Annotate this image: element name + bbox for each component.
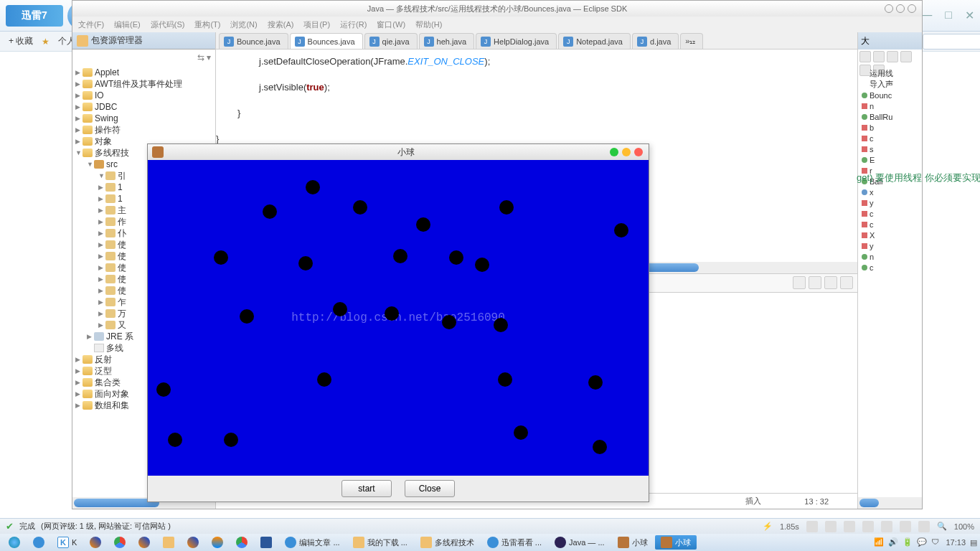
window-max-icon[interactable]: □ [945, 9, 952, 22]
right-search-input[interactable] [923, 34, 980, 50]
tree-item[interactable]: ▶IO [72, 90, 215, 101]
outline-item[interactable]: n [859, 100, 920, 111]
status-icon[interactable] [825, 521, 837, 532]
ball [416, 217, 430, 232]
package-explorer-tools[interactable]: ⇆ ▾ [72, 50, 215, 65]
taskbar-item[interactable] [108, 535, 131, 550]
console-btn[interactable] [809, 276, 821, 289]
taskbar-item[interactable]: 小球 [655, 535, 697, 550]
outline-hscroll[interactable] [858, 497, 922, 509]
dialog-titlebar[interactable]: 小球 [148, 144, 649, 160]
eclipse-close-icon[interactable] [908, 4, 916, 13]
eclipse-max-icon[interactable] [896, 4, 905, 13]
outline-item[interactable]: 导入声 [859, 79, 920, 90]
status-icon[interactable] [900, 521, 911, 532]
outline-item[interactable]: E [859, 154, 920, 165]
dialog-close-icon[interactable] [634, 148, 643, 156]
editor-tab[interactable]: JHelpDialog.java [476, 33, 557, 49]
taskbar-item[interactable]: 迅雷看看 ... [481, 535, 547, 550]
taskbar-item[interactable] [84, 535, 107, 550]
eclipse-min-icon[interactable] [885, 4, 893, 13]
taskbar-item[interactable]: 我的下载 ... [347, 535, 413, 550]
status-icon[interactable] [918, 521, 930, 532]
bookmark-add[interactable]: + 收藏 [9, 35, 33, 47]
taskbar-item[interactable] [133, 535, 156, 550]
tree-item[interactable]: ▶JDBC [72, 101, 215, 113]
taskbar-item[interactable] [27, 535, 50, 550]
tabs-overflow[interactable]: »₁₂ [680, 33, 703, 49]
editor-tab[interactable]: Jheh.java [419, 33, 475, 49]
menu-item[interactable]: 运行(R) [340, 19, 367, 30]
outline-item[interactable]: Bounc [859, 90, 920, 100]
status-icon[interactable] [862, 521, 874, 532]
console-btn[interactable] [824, 276, 837, 289]
tree-item[interactable]: ▶Swing [72, 113, 215, 124]
outline-item[interactable]: n [859, 251, 920, 262]
taskbar-item[interactable]: KK [52, 535, 83, 550]
status-icon[interactable] [844, 521, 855, 532]
taskbar-item[interactable]: 多线程技术 [415, 535, 480, 550]
menu-item[interactable]: 项目(P) [303, 19, 330, 30]
console-btn[interactable] [840, 276, 853, 289]
start-button[interactable]: start [341, 480, 392, 497]
outline-item[interactable]: x [859, 187, 920, 197]
taskbar[interactable]: KK编辑文章 ...我的下载 ...多线程技术迅雷看看 ...Java — ..… [0, 534, 980, 551]
dialog-max-icon[interactable] [622, 148, 631, 156]
dialog-min-icon[interactable] [610, 148, 618, 156]
outline-item[interactable]: b [859, 122, 920, 133]
menu-item[interactable]: 文件(F) [78, 19, 104, 30]
console-btn[interactable] [793, 276, 806, 289]
tree-item[interactable]: ▶Applet [72, 67, 215, 78]
ball [475, 258, 489, 272]
outline-item[interactable]: c [859, 133, 920, 143]
editor-tab[interactable]: Jd.java [632, 33, 679, 49]
eclipse-menubar[interactable]: 文件(F)编辑(E)源代码(S)重构(T)浏览(N)搜索(A)项目(P)运行(R… [72, 17, 922, 32]
outline-item[interactable]: c [859, 219, 920, 230]
taskbar-item[interactable] [3, 535, 26, 550]
editor-tab[interactable]: JBounces.java [290, 33, 363, 49]
outline-item[interactable]: y [859, 197, 920, 208]
outline-item[interactable]: c [859, 262, 920, 273]
tree-item[interactable]: ▶操作符 [72, 124, 215, 136]
tree-item[interactable]: ▶AWT组件及其事件处理 [72, 78, 215, 90]
editor-tab[interactable]: JNotepad.java [558, 33, 631, 49]
status-icon[interactable] [881, 521, 892, 532]
taskbar-item[interactable]: 编辑文章 ... [279, 535, 345, 550]
taskbar-item[interactable] [182, 535, 204, 550]
outline-item[interactable]: 运用线 [859, 68, 920, 79]
taskbar-item[interactable]: Java — ... [549, 535, 611, 550]
window-close-icon[interactable]: ✕ [965, 9, 974, 22]
menu-item[interactable]: 搜索(A) [268, 19, 294, 30]
system-tray[interactable]: 📶🔊🔋💬🛡17:13▤ [874, 537, 977, 547]
taskbar-item[interactable] [230, 535, 253, 550]
menu-item[interactable]: 帮助(H) [415, 19, 442, 30]
editor-tabs[interactable]: JBounce.javaJBounces.javaJqie.javaJheh.j… [216, 32, 857, 50]
editor-tab[interactable]: Jqie.java [364, 33, 418, 49]
taskbar-item[interactable] [206, 535, 229, 550]
zoom-icon[interactable]: 🔍 [937, 522, 947, 531]
ball [499, 200, 514, 215]
ball [498, 372, 512, 387]
taskbar-item[interactable] [157, 535, 180, 550]
ball [306, 180, 320, 194]
close-button[interactable]: Close [405, 480, 455, 497]
outline-item[interactable]: y [859, 240, 920, 251]
editor-tab[interactable]: JBounce.java [219, 33, 288, 49]
menu-item[interactable]: 源代码(S) [151, 19, 185, 30]
taskbar-item[interactable] [255, 535, 278, 550]
eclipse-title-text: Java — 多线程技术/src/运用线程技术的小球/Bounces.java … [367, 4, 627, 14]
taskbar-item[interactable]: 小球 [612, 535, 654, 550]
menu-item[interactable]: 重构(T) [194, 19, 220, 30]
outline-item[interactable]: c [859, 208, 920, 219]
outline-item[interactable]: X [859, 230, 920, 240]
menu-item[interactable]: 窗口(W) [377, 19, 405, 30]
ball [494, 318, 508, 332]
outline-item[interactable]: BallRu [859, 111, 920, 122]
menu-item[interactable]: 编辑(E) [114, 19, 141, 30]
menu-item[interactable]: 浏览(N) [230, 19, 257, 30]
outline-tools[interactable] [858, 50, 922, 67]
status-icon[interactable] [806, 521, 818, 532]
outline-item[interactable]: s [859, 143, 920, 154]
eclipse-titlebar: Java — 多线程技术/src/运用线程技术的小球/Bounces.java … [72, 1, 922, 17]
outline-tree[interactable]: 运用线导入声BouncnBallRubcsErBallxyccXync [858, 67, 922, 497]
